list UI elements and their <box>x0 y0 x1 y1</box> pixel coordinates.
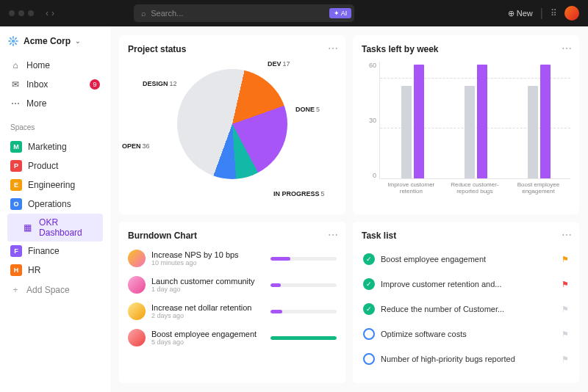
nav-arrows: ‹ › <box>46 8 54 18</box>
search-icon: ⌕ <box>141 9 146 18</box>
space-label: Engineering <box>28 180 75 190</box>
sidebar: Acme Corp ⌄ ⌂Home✉Inbox9⋯More Spaces MMa… <box>0 26 110 392</box>
search-placeholder: Search... <box>151 9 183 18</box>
card-menu-icon[interactable]: ⋯ <box>562 43 572 54</box>
card-title: Burndown Chart <box>128 231 337 241</box>
progress-bar <box>270 310 337 313</box>
card-tasks-left: Tasks left by week ⋯ 60300 Improve custo… <box>353 35 579 214</box>
back-icon[interactable]: ‹ <box>46 8 49 18</box>
space-label: Finance <box>28 246 60 256</box>
nav-home[interactable]: ⌂Home <box>7 56 103 75</box>
checkmark-icon[interactable]: ✓ <box>363 253 375 265</box>
task-label: Boost employee engagement <box>381 255 486 264</box>
sidebar-item-finance[interactable]: FFinance <box>7 242 103 261</box>
burndown-title: Increase net dollar retention <box>151 303 265 312</box>
space-label: Operations <box>28 199 71 209</box>
flag-icon[interactable]: ⚑ <box>562 255 569 264</box>
sidebar-item-operations[interactable]: OOperations <box>7 195 103 214</box>
bar <box>414 65 424 178</box>
checkmark-icon[interactable]: ✓ <box>363 303 375 315</box>
sidebar-item-product[interactable]: PProduct <box>7 156 103 175</box>
pie-chart: OPEN 36DESIGN 12DEV 17DONE 5IN PROGRESS … <box>128 54 337 201</box>
task-item[interactable]: ✓ Reduce the number of Customer... ⚑ <box>362 298 570 320</box>
nav-inbox[interactable]: ✉Inbox9 <box>7 75 103 94</box>
burndown-item[interactable]: Increase NPS by 10 bps10 minutes ago <box>128 250 337 267</box>
bar <box>540 65 551 178</box>
burndown-title: Launch customer community <box>151 277 265 286</box>
org-name: Acme Corp <box>24 36 71 46</box>
user-avatar[interactable] <box>564 6 579 21</box>
window-dot[interactable] <box>9 10 15 16</box>
flag-icon[interactable]: ⚑ <box>562 305 569 314</box>
sidebar-item-engineering[interactable]: EEngineering <box>7 175 103 195</box>
task-item[interactable]: ✓ Improve customer retention and... ⚑ <box>362 273 570 295</box>
nav-icon: ⋯ <box>10 98 21 109</box>
burndown-time: 10 minutes ago <box>151 259 265 266</box>
space-letter-icon: O <box>10 198 22 210</box>
bar-group <box>512 65 566 178</box>
new-button[interactable]: ⊕ New <box>508 9 533 18</box>
badge: 9 <box>90 79 100 90</box>
bar <box>528 86 538 178</box>
task-label: Reduce the number of Customer... <box>381 305 504 313</box>
avatar <box>128 276 146 294</box>
divider: | <box>540 7 543 20</box>
card-title: Task list <box>362 231 570 241</box>
search-input[interactable]: ⌕ Search... ✦ AI <box>134 4 354 22</box>
org-switcher[interactable]: Acme Corp ⌄ <box>7 35 103 47</box>
circle-icon[interactable] <box>363 328 375 340</box>
burndown-time: 1 day ago <box>151 286 265 293</box>
progress-bar <box>270 257 337 261</box>
chevron-down-icon: ⌄ <box>75 37 81 45</box>
svg-point-0 <box>12 40 15 43</box>
progress-bar <box>270 283 337 287</box>
avatar <box>128 302 146 320</box>
org-icon <box>7 35 19 47</box>
nav-label: More <box>26 98 46 109</box>
card-menu-icon[interactable]: ⋯ <box>562 229 572 241</box>
bar <box>477 65 487 178</box>
window-dot[interactable] <box>28 10 34 16</box>
sidebar-item-hr[interactable]: HHR <box>7 261 103 280</box>
bar <box>465 86 475 178</box>
card-project-status: Project status ⋯ OPEN 36DESIGN 12DEV 17D… <box>119 35 345 214</box>
card-menu-icon[interactable]: ⋯ <box>328 43 338 54</box>
svg-line-7 <box>10 43 11 44</box>
burndown-item[interactable]: Launch customer community1 day ago <box>128 276 337 294</box>
ai-badge[interactable]: ✦ AI <box>329 8 352 18</box>
card-menu-icon[interactable]: ⋯ <box>328 229 338 241</box>
space-letter-icon: P <box>10 160 22 172</box>
flag-icon[interactable]: ⚑ <box>562 355 569 364</box>
sidebar-item-marketing[interactable]: MMarketing <box>7 137 103 156</box>
nav-icon: ✉ <box>10 79 21 90</box>
space-letter-icon: H <box>10 264 22 276</box>
forward-icon[interactable]: › <box>51 8 54 18</box>
task-label: Optimize software costs <box>381 330 467 338</box>
burndown-item[interactable]: Boost employee engagement5 days ago <box>128 329 337 346</box>
checkmark-icon[interactable]: ✓ <box>363 278 375 290</box>
flag-icon[interactable]: ⚑ <box>562 330 569 339</box>
space-label: Product <box>28 161 58 171</box>
add-space-button[interactable]: + Add Space <box>7 281 103 299</box>
sidebar-item-okr-dashboard[interactable]: ▦OKR Dashboard <box>7 214 103 242</box>
space-label: Marketing <box>28 142 67 152</box>
space-label: OKR Dashboard <box>39 217 100 238</box>
bar-category-label: Boost employee engagement <box>506 181 570 201</box>
nav-more[interactable]: ⋯More <box>7 94 103 113</box>
burndown-item[interactable]: Increase net dollar retention2 days ago <box>128 302 337 320</box>
apps-icon[interactable]: ⠿ <box>551 8 557 18</box>
task-item[interactable]: ✓ Boost employee engagement ⚑ <box>362 248 570 270</box>
app-topbar: ‹ › ⌕ Search... ✦ AI ⊕ New | ⠿ <box>0 0 588 26</box>
bar-chart: 60300 Improve customer retentionReduce c… <box>362 54 570 201</box>
task-label: Number of high-priority bugs reported <box>381 355 515 363</box>
card-burndown: Burndown Chart ⋯ Increase NPS by 10 bps1… <box>119 222 345 383</box>
task-item[interactable]: Optimize software costs ⚑ <box>362 323 570 345</box>
circle-icon[interactable] <box>363 353 375 365</box>
plus-icon: + <box>10 285 21 295</box>
task-item[interactable]: Number of high-priority bugs reported ⚑ <box>362 348 570 370</box>
burndown-time: 5 days ago <box>151 338 265 346</box>
window-dot[interactable] <box>18 10 24 16</box>
pie-label: OPEN 36 <box>122 142 150 150</box>
card-title: Tasks left by week <box>362 44 570 54</box>
flag-icon[interactable]: ⚑ <box>562 280 569 289</box>
